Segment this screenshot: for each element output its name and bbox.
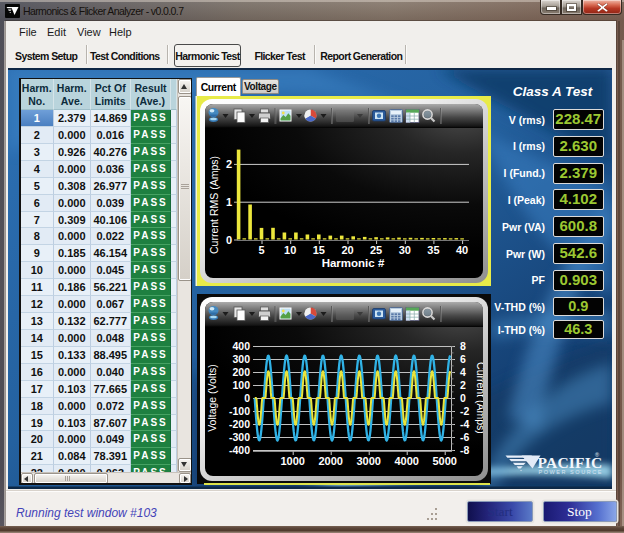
svg-text:200: 200 <box>232 365 250 377</box>
svg-text:10: 10 <box>284 243 296 255</box>
svg-text:2: 2 <box>225 157 231 169</box>
svg-text:400: 400 <box>232 339 250 351</box>
svg-text:Current RMS (Amps): Current RMS (Amps) <box>208 155 220 253</box>
svg-text:1000: 1000 <box>280 455 304 467</box>
svg-text:6: 6 <box>460 352 466 364</box>
svg-text:20: 20 <box>341 243 353 255</box>
svg-text:8: 8 <box>460 339 466 351</box>
svg-text:35: 35 <box>427 243 439 255</box>
svg-text:0: 0 <box>460 391 466 403</box>
svg-text:-8: -8 <box>460 443 469 455</box>
svg-text:-2: -2 <box>460 404 469 416</box>
svg-text:30: 30 <box>398 243 410 255</box>
svg-text:Harmonic #: Harmonic # <box>321 256 384 268</box>
svg-text:1: 1 <box>225 195 231 207</box>
svg-text:-400: -400 <box>228 443 249 455</box>
svg-text:4: 4 <box>460 365 466 377</box>
svg-text:0: 0 <box>244 391 250 403</box>
svg-text:2000: 2000 <box>318 455 342 467</box>
svg-text:-200: -200 <box>228 417 249 429</box>
svg-text:300: 300 <box>232 352 250 364</box>
svg-text:-300: -300 <box>228 430 249 442</box>
svg-text:2: 2 <box>460 378 466 390</box>
svg-text:POWER SOURCE: POWER SOURCE <box>539 469 603 475</box>
svg-text:5: 5 <box>258 243 264 255</box>
svg-text:-4: -4 <box>460 417 469 429</box>
svg-text:®: ® <box>595 452 599 458</box>
svg-text:0: 0 <box>225 233 231 245</box>
svg-text:100: 100 <box>232 378 250 390</box>
svg-text:-6: -6 <box>460 430 469 442</box>
svg-text:4000: 4000 <box>394 455 418 467</box>
svg-text:25: 25 <box>369 243 381 255</box>
svg-text:-100: -100 <box>228 404 249 416</box>
svg-text:PACIFIC: PACIFIC <box>538 454 603 471</box>
svg-text:Voltage (Volts): Voltage (Volts) <box>206 364 218 432</box>
svg-text:Current (Amps): Current (Amps) <box>475 362 484 434</box>
svg-text:3000: 3000 <box>356 455 380 467</box>
svg-text:5000: 5000 <box>432 455 456 467</box>
svg-text:15: 15 <box>312 243 324 255</box>
